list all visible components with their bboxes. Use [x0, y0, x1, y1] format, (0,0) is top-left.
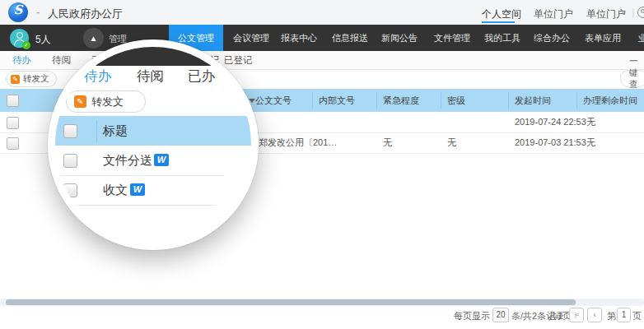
select-all-checkbox[interactable] [7, 95, 19, 107]
app-window: S - 人民政府办公厅 个人空间 单位门户 单位门户 ∨ | ✓ 5人 ▲ 管理… [0, 0, 644, 329]
user-avatar[interactable]: ✓ [10, 29, 29, 48]
col-header-remaining[interactable]: 办理剩余时间 [583, 89, 637, 112]
magnified-row-checkbox[interactable] [63, 154, 77, 168]
subtab-yidengji[interactable]: 已登记 [224, 54, 253, 67]
col-header-internal-no[interactable]: 内部文号 [319, 89, 355, 112]
nav-tab-zonghe[interactable]: 综合办公 [534, 25, 570, 51]
subtab-daiyue[interactable]: 待阅 [52, 54, 71, 67]
app-logo-icon[interactable]: ▲ [83, 28, 104, 49]
chevron-down-icon[interactable]: ∨ [621, 8, 627, 16]
col-header-doc-no[interactable]: 公文文号 [255, 89, 292, 112]
magnified-forward-label: 转发文 [91, 95, 124, 109]
nav-tab-xinwen[interactable]: 新闻公告 [381, 25, 418, 51]
nav-tab-xinxi[interactable]: 信息报送 [332, 25, 368, 51]
forward-doc-label: 转发文 [23, 73, 49, 85]
query-button[interactable]: 一键查询 [620, 70, 644, 87]
cell-remaining: 无 [586, 112, 595, 132]
page-number-input[interactable]: 1 [617, 308, 631, 322]
title-dash: - [36, 6, 40, 18]
online-user-count[interactable]: 5人 [35, 33, 51, 47]
col-header-secrecy[interactable]: 密级 [447, 89, 465, 112]
doc-edit-icon: ✎ [74, 95, 86, 108]
word-file-icon: W [130, 183, 145, 196]
active-link-underline [482, 21, 515, 23]
forward-doc-button[interactable]: ✎ 转发文 [6, 71, 57, 87]
link-unit-portal-1[interactable]: 单位门户 [534, 7, 573, 21]
page-number-prefix: 第 [607, 310, 616, 322]
magnifier-lens: 待办 待阅 已办 ✎ 转发文 标题 文件分送 W 收文 W [48, 39, 259, 250]
cell-doc-no: 郑发改公用〔201… [259, 132, 337, 153]
word-file-icon: W [154, 154, 169, 166]
total-pages-label: 共1页 [548, 310, 572, 322]
first-page-button[interactable]: |< [569, 308, 584, 322]
col-header-start-time[interactable]: 发起时间 [515, 89, 551, 112]
magnified-subtab-yiban[interactable]: 已办 [188, 67, 215, 86]
magnified-row-label[interactable]: 收文 [103, 183, 128, 198]
subtab-daiban[interactable]: 待办 [12, 54, 31, 67]
cell-secrecy: 无 [447, 132, 456, 153]
nav-tab-biaodan[interactable]: 表单应用 [585, 25, 621, 51]
magnified-title-header: 标题 [103, 123, 128, 139]
cell-start-time: 2019-07-03 21:53 [515, 132, 586, 153]
row-checkbox[interactable] [7, 117, 19, 129]
per-page-label: 每页显示 [454, 310, 490, 322]
magnified-forward-doc-button[interactable]: ✎ 转发文 [66, 90, 146, 113]
link-personal-space[interactable]: 个人空间 [482, 7, 521, 21]
magnified-row-label[interactable]: 文件分送 [103, 153, 152, 169]
link-unit-portal-2[interactable]: 单位门户 [586, 7, 626, 21]
row-checkbox[interactable] [7, 137, 19, 150]
magnified-subtab-daiyue[interactable]: 待阅 [137, 67, 164, 86]
doc-edit-icon: ✎ [11, 75, 20, 84]
org-title: 人民政府办公厅 [48, 7, 123, 21]
magnified-table-header [48, 116, 259, 146]
per-page-input[interactable]: 20 [492, 308, 509, 322]
magnified-select-all-checkbox[interactable] [63, 124, 77, 138]
magnified-row-checkbox[interactable] [63, 183, 77, 197]
org-logo-icon: S [8, 2, 28, 22]
cell-remaining: 无 [586, 132, 595, 153]
cell-start-time: 2019-07-24 22:53 [515, 112, 586, 132]
page-number-suffix: 页 [632, 310, 642, 322]
nav-tab-wenjian[interactable]: 文件管理 [434, 25, 470, 51]
nav-tab-clipped[interactable]: 业 [638, 25, 644, 51]
prev-page-button[interactable]: ‹ [587, 308, 602, 322]
user-profile-icon[interactable] [637, 7, 644, 18]
online-check-icon: ✓ [22, 41, 30, 49]
col-header-urgency[interactable]: 紧急程度 [383, 89, 419, 112]
horizontal-scrollbar-thumb[interactable] [6, 299, 576, 305]
avatar-person-icon [16, 32, 23, 39]
cell-urgency: 无 [383, 132, 392, 153]
magnified-subtab-daiban[interactable]: 待办 [84, 67, 111, 86]
nav-tab-huiyi[interactable]: 会议管理 [233, 25, 269, 51]
nav-tab-baobiao[interactable]: 报表中心 [281, 25, 317, 51]
topbar-divider: | [632, 6, 634, 18]
nav-tab-gongju[interactable]: 我的工具 [484, 25, 520, 51]
